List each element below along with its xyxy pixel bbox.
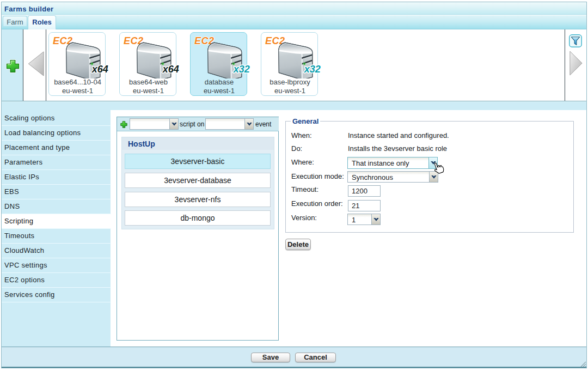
svg-text:x64: x64 [162, 64, 179, 75]
svg-text:x32: x32 [233, 64, 250, 75]
svg-text:x32: x32 [304, 64, 321, 75]
svg-text:x64: x64 [91, 64, 108, 75]
